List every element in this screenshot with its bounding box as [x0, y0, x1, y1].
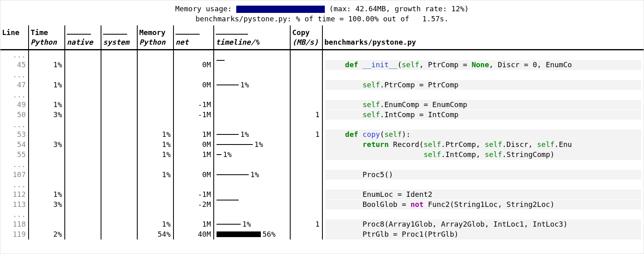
time-python: 1% — [29, 80, 65, 90]
time-native — [65, 150, 101, 160]
table-row: 1181%1M1%1 Proc8(Array1Glob, Array2Glob,… — [0, 219, 644, 229]
time-system — [101, 200, 137, 210]
table-body: ...451%0M def __init__(self, PtrComp = N… — [0, 50, 644, 240]
ellipsis: ... — [0, 90, 29, 100]
source-line: BoolGlob = not Func2(String1Loc, String2… — [325, 200, 641, 209]
mem-net: -2M — [173, 200, 214, 210]
col-copy: Copy(MB/s) — [290, 25, 322, 50]
time-system — [101, 110, 137, 120]
time-python — [29, 219, 65, 229]
time-python: 1% — [29, 100, 65, 110]
source-cell: def copy(self): — [322, 130, 644, 140]
timeline-cell: 1% — [214, 130, 290, 140]
time-system — [101, 170, 137, 180]
time-system — [101, 219, 137, 229]
table-row: 491%-1M self.EnumComp = EnumComp — [0, 100, 644, 110]
mem-max-value: 42.64MB — [355, 4, 386, 13]
table-row: 531%1M1%1 def copy(self): — [0, 130, 644, 140]
time-python: 3% — [29, 200, 65, 210]
mem-python — [137, 190, 173, 200]
copy-rate — [290, 150, 322, 160]
col-time-python: TimePython — [29, 25, 65, 50]
line-number: 45 — [0, 60, 29, 70]
mem-python — [137, 80, 173, 90]
line-number: 118 — [0, 219, 29, 229]
time-native — [65, 80, 101, 90]
mem-net: 1M — [173, 219, 214, 229]
timeline-cell: 1% — [214, 219, 290, 229]
timeline-cell: 56% — [214, 229, 290, 240]
gap-row: ... — [0, 120, 644, 130]
table-row: 471%0M1% self.PtrComp = PtrComp — [0, 80, 644, 90]
col-system: system — [101, 25, 137, 50]
mem-python — [137, 200, 173, 210]
memory-bar — [236, 6, 325, 13]
source-cell: self.EnumComp = EnumComp — [322, 100, 644, 110]
source-line: def __init__(self, PtrComp = None, Discr… — [325, 60, 641, 70]
time-system — [101, 190, 137, 200]
copy-rate — [290, 190, 322, 200]
line-number: 53 — [0, 130, 29, 140]
mem-python: 1% — [137, 219, 173, 229]
ellipsis: ... — [0, 210, 29, 219]
copy-rate: 1 — [290, 219, 322, 229]
time-python: 1% — [29, 190, 65, 200]
ellipsis: ... — [0, 120, 29, 130]
source-line: self.IntComp, self.StringComp) — [325, 150, 641, 159]
table-row: 1121%-1M EnumLoc = Ident2 — [0, 190, 644, 200]
timeline-cell — [214, 100, 290, 110]
header-row: Line TimePython native system MemoryPyth… — [0, 25, 644, 50]
profiler-output: Memory usage: (max: 42.64MB, growth rate… — [0, 0, 644, 254]
mem-net: 40M — [173, 229, 214, 240]
time-system — [101, 140, 137, 150]
mem-python — [137, 100, 173, 110]
mem-python — [137, 110, 173, 120]
time-python: 3% — [29, 110, 65, 120]
time-system — [101, 60, 137, 70]
total-time: 1.57s. — [414, 14, 449, 23]
time-native — [65, 219, 101, 229]
timeline-pct: 1% — [242, 219, 251, 229]
copy-rate: 1 — [290, 130, 322, 140]
copy-rate — [290, 60, 322, 70]
time-native — [65, 130, 101, 140]
mem-python: 1% — [137, 140, 173, 150]
timeline-pct: 1% — [240, 80, 249, 90]
source-cell: Proc8(Array1Glob, Array2Glob, IntLoc1, I… — [322, 219, 644, 229]
source-line: PtrGlb = Proc1(PtrGlb) — [325, 229, 641, 239]
source-cell: EnumLoc = Ident2 — [322, 190, 644, 200]
copy-rate — [290, 170, 322, 180]
time-native — [65, 170, 101, 180]
source-line: self.EnumComp = EnumComp — [325, 100, 641, 109]
table-row: 1071%0M1% Proc5() — [0, 170, 644, 180]
source-line: def copy(self): — [325, 130, 641, 139]
paren-close: ) — [464, 4, 469, 13]
time-native — [65, 110, 101, 120]
mem-net: 0M — [173, 140, 214, 150]
source-line: Proc8(Array1Glob, Array2Glob, IntLoc1, I… — [325, 219, 641, 229]
mem-net: 1M — [173, 130, 214, 140]
out-of: out of — [379, 14, 414, 23]
source-cell: self.IntComp, self.StringComp) — [322, 150, 644, 160]
time-system — [101, 100, 137, 110]
growth-prefix: , growth rate: — [386, 4, 452, 13]
source-cell: Proc5() — [322, 170, 644, 180]
time-system — [101, 130, 137, 140]
line-number: 119 — [0, 229, 29, 240]
time-python — [29, 150, 65, 160]
copy-rate — [290, 200, 322, 210]
source-line: Proc5() — [325, 170, 641, 180]
mem-python: 1% — [137, 150, 173, 160]
time-python — [29, 130, 65, 140]
source-line: return Record(self.PtrComp, self.Discr, … — [325, 140, 641, 149]
source-cell: self.PtrComp = PtrComp — [322, 80, 644, 90]
time-native — [65, 140, 101, 150]
mem-python: 1% — [137, 130, 173, 140]
gap-row: ... — [0, 160, 644, 169]
timeline-pct: 1% — [223, 150, 232, 159]
gap-row: ... — [0, 50, 644, 60]
line-number: 47 — [0, 80, 29, 90]
timeline-pct: 56% — [262, 229, 276, 239]
mem-net: 0M — [173, 80, 214, 90]
time-system — [101, 229, 137, 240]
